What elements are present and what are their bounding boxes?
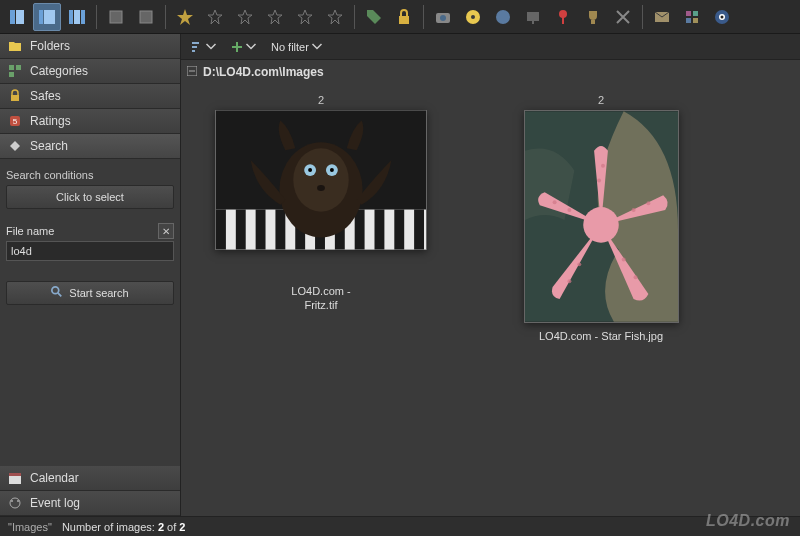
star-3-button[interactable] xyxy=(261,3,289,31)
eventlog-icon xyxy=(8,496,22,510)
svg-point-23 xyxy=(559,10,567,18)
clear-field-button[interactable]: ✕ xyxy=(158,223,174,239)
svg-point-73 xyxy=(577,262,581,266)
start-search-button[interactable]: Start search xyxy=(6,281,174,305)
toolbar-separator xyxy=(423,5,424,29)
sidebar-item-folders[interactable]: Folders xyxy=(0,34,180,59)
svg-marker-10 xyxy=(208,10,222,24)
tag-button[interactable] xyxy=(360,3,388,31)
thumbnail-badge: 2 xyxy=(318,94,324,106)
button-label: Click to select xyxy=(56,191,124,203)
svg-rect-22 xyxy=(532,21,534,24)
svg-point-44 xyxy=(10,498,20,508)
sidebar-item-ratings[interactable]: 5 Ratings xyxy=(0,109,180,134)
status-bar: "Images" Number of images: 2 of 2 xyxy=(0,516,800,536)
svg-point-66 xyxy=(583,207,619,243)
svg-rect-27 xyxy=(686,11,691,16)
chevron-down-icon xyxy=(311,41,323,53)
svg-point-19 xyxy=(471,15,475,19)
mail-button[interactable] xyxy=(648,3,676,31)
trophy-button[interactable] xyxy=(579,3,607,31)
star-fav-button[interactable] xyxy=(171,3,199,31)
grid-button[interactable] xyxy=(678,3,706,31)
svg-rect-7 xyxy=(110,11,122,23)
lock-icon xyxy=(8,89,22,103)
click-to-select-button[interactable]: Click to select xyxy=(6,185,174,209)
view-mode-3-button[interactable] xyxy=(63,3,91,31)
svg-point-58 xyxy=(293,148,348,211)
lock-button[interactable] xyxy=(390,3,418,31)
sheet-1-button[interactable] xyxy=(102,3,130,31)
sidebar-item-categories[interactable]: Categories xyxy=(0,59,180,84)
eye-button[interactable] xyxy=(708,3,736,31)
thumbnail-item[interactable]: 2 xyxy=(211,94,431,506)
svg-point-69 xyxy=(631,208,635,212)
svg-point-68 xyxy=(601,164,605,168)
svg-rect-34 xyxy=(9,65,14,70)
toolbar-separator xyxy=(165,5,166,29)
sheet-2-button[interactable] xyxy=(132,3,160,31)
button-label: Start search xyxy=(69,287,128,299)
svg-rect-28 xyxy=(693,11,698,16)
slideshow-button[interactable] xyxy=(519,3,547,31)
folder-icon xyxy=(8,39,22,53)
collapse-icon[interactable] xyxy=(187,65,197,79)
sidebar-item-label: Event log xyxy=(30,496,80,510)
svg-rect-48 xyxy=(192,46,197,48)
view-mode-2-button[interactable] xyxy=(33,3,61,31)
thumbnail-image xyxy=(215,110,427,250)
sort-button[interactable] xyxy=(187,39,221,55)
star-5-button[interactable] xyxy=(321,3,349,31)
scissors-button[interactable] xyxy=(609,3,637,31)
thumbnails-grid: 2 xyxy=(181,84,800,516)
sidebar-item-label: Folders xyxy=(30,39,70,53)
svg-marker-9 xyxy=(177,9,193,25)
svg-rect-3 xyxy=(44,10,55,24)
svg-rect-2 xyxy=(39,10,43,24)
svg-line-41 xyxy=(58,293,61,296)
toolbar-separator xyxy=(96,5,97,29)
sidebar-item-calendar[interactable]: Calendar xyxy=(0,466,180,491)
svg-rect-6 xyxy=(81,10,85,24)
calendar-icon xyxy=(8,471,22,485)
toolbar-separator xyxy=(354,5,355,29)
star-4-button[interactable] xyxy=(291,3,319,31)
svg-rect-4 xyxy=(69,10,73,24)
camera-button[interactable] xyxy=(429,3,457,31)
sidebar-item-eventlog[interactable]: Event log xyxy=(0,491,180,516)
svg-point-72 xyxy=(633,275,637,279)
svg-rect-30 xyxy=(693,18,698,23)
svg-point-20 xyxy=(496,10,510,24)
sidebar-item-search[interactable]: Search xyxy=(0,134,180,159)
svg-point-17 xyxy=(440,15,446,21)
svg-rect-43 xyxy=(9,473,21,476)
svg-marker-12 xyxy=(268,10,282,24)
globe-button[interactable] xyxy=(489,3,517,31)
sidebar-item-safes[interactable]: Safes xyxy=(0,84,180,109)
add-filter-button[interactable] xyxy=(227,39,261,55)
view-mode-1-button[interactable] xyxy=(3,3,31,31)
categories-icon xyxy=(8,64,22,78)
file-name-input[interactable] xyxy=(6,241,174,261)
svg-point-63 xyxy=(317,185,325,191)
svg-rect-25 xyxy=(591,20,595,24)
disc-button[interactable] xyxy=(459,3,487,31)
svg-point-33 xyxy=(721,15,724,18)
search-icon xyxy=(8,139,22,153)
star-2-button[interactable] xyxy=(231,3,259,31)
top-toolbar xyxy=(0,0,800,34)
svg-rect-21 xyxy=(527,12,539,21)
svg-rect-15 xyxy=(399,16,409,24)
svg-point-46 xyxy=(17,500,19,502)
filter-label: No filter xyxy=(271,41,309,53)
svg-rect-49 xyxy=(192,50,195,52)
filter-dropdown[interactable]: No filter xyxy=(267,39,327,55)
svg-rect-1 xyxy=(16,10,24,24)
pin-button[interactable] xyxy=(549,3,577,31)
svg-rect-8 xyxy=(140,11,152,23)
thumbnail-caption: LO4D.com - Fritz.tif xyxy=(291,284,350,313)
thumbnail-item[interactable]: 2 xyxy=(491,94,711,506)
svg-point-71 xyxy=(621,257,625,261)
star-1-button[interactable] xyxy=(201,3,229,31)
status-label: Number of images: 2 of 2 xyxy=(62,521,186,533)
